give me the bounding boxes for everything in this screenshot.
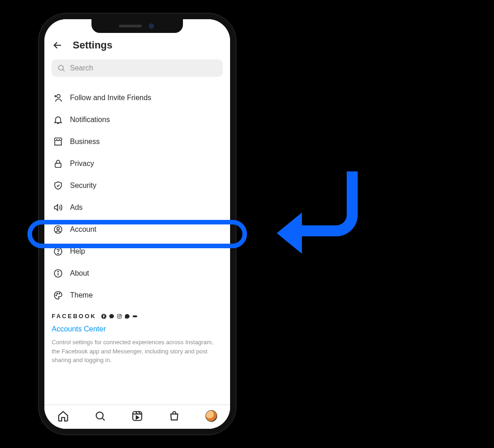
menu-item-about[interactable]: About: [52, 262, 223, 284]
menu-item-notifications[interactable]: Notifications: [52, 109, 223, 131]
menu-item-label: Ads: [70, 203, 83, 212]
tab-reels[interactable]: [131, 410, 144, 422]
follow-invite-icon: [53, 92, 64, 103]
svg-point-17: [96, 412, 103, 419]
tab-home[interactable]: [57, 410, 70, 422]
tab-search[interactable]: [94, 410, 107, 422]
svg-point-6: [58, 253, 58, 254]
storefront-icon: [53, 136, 64, 147]
shop-icon: [168, 410, 180, 422]
palette-icon: [53, 290, 64, 301]
app-screen: Settings Follow and Invite Friends: [44, 19, 230, 429]
annotation-arrow: [274, 167, 366, 254]
facebook-brand-label: FACEBOOK: [52, 313, 97, 320]
facebook-brand-row: FACEBOOK: [52, 313, 223, 320]
oculus-icon: [132, 314, 138, 319]
svg-rect-18: [133, 411, 142, 421]
svg-rect-16: [133, 315, 137, 317]
shield-check-icon: [53, 180, 64, 191]
phone-frame: Settings Follow and Invite Friends: [39, 14, 236, 434]
svg-rect-2: [55, 163, 61, 167]
svg-point-0: [59, 65, 64, 70]
menu-item-label: Account: [70, 225, 97, 234]
account-circle-icon: [53, 224, 64, 235]
facebook-icon: [101, 314, 107, 319]
search-icon: [94, 410, 106, 422]
svg-point-9: [56, 295, 57, 296]
menu-item-label: Privacy: [70, 160, 94, 168]
info-circle-icon: [53, 268, 64, 279]
tab-profile[interactable]: [205, 410, 218, 422]
help-circle-icon: [53, 246, 64, 257]
arrow-left-icon: [52, 39, 64, 51]
bottom-tab-bar: [44, 405, 230, 429]
search-icon: [57, 64, 65, 72]
menu-item-label: Help: [70, 247, 85, 256]
menu-item-label: Follow and Invite Friends: [70, 94, 151, 102]
search-input[interactable]: [52, 59, 223, 77]
svg-point-4: [57, 227, 59, 230]
menu-item-label: Theme: [70, 291, 93, 299]
settings-menu: Follow and Invite Friends Notifications …: [52, 87, 223, 306]
lock-icon: [53, 158, 64, 169]
instagram-icon: [117, 314, 122, 319]
svg-point-14: [118, 315, 120, 317]
search-field[interactable]: [70, 64, 217, 72]
home-icon: [57, 410, 69, 422]
menu-item-theme[interactable]: Theme: [52, 284, 223, 306]
svg-point-1: [57, 95, 60, 98]
megaphone-icon: [53, 202, 64, 213]
menu-item-account[interactable]: Account: [52, 219, 223, 240]
whatsapp-icon: [124, 314, 130, 319]
svg-point-10: [57, 293, 58, 294]
menu-item-business[interactable]: Business: [52, 131, 223, 153]
facebook-brand-icons: [101, 314, 138, 319]
content: Follow and Invite Friends Notifications …: [44, 56, 230, 405]
tab-shop[interactable]: [168, 410, 181, 422]
menu-item-follow-invite[interactable]: Follow and Invite Friends: [52, 87, 223, 109]
messenger-icon: [109, 314, 114, 319]
menu-item-ads[interactable]: Ads: [52, 197, 223, 219]
svg-point-15: [120, 315, 121, 315]
menu-item-label: Security: [70, 181, 97, 190]
accounts-center-description: Control settings for connected experienc…: [52, 338, 223, 365]
menu-item-label: Notifications: [70, 116, 110, 124]
menu-item-label: Business: [70, 138, 100, 146]
svg-point-8: [58, 271, 58, 272]
menu-item-security[interactable]: Security: [52, 175, 223, 197]
menu-item-label: About: [70, 269, 89, 277]
accounts-center-link[interactable]: Accounts Center: [52, 325, 223, 333]
page-title: Settings: [73, 39, 113, 51]
phone-notch: [91, 19, 183, 33]
menu-item-privacy[interactable]: Privacy: [52, 153, 223, 175]
reels-icon: [131, 410, 143, 422]
back-button[interactable]: [52, 39, 64, 51]
svg-point-11: [59, 293, 60, 294]
bell-icon: [53, 114, 64, 125]
menu-item-help[interactable]: Help: [52, 240, 223, 262]
avatar: [205, 410, 217, 422]
